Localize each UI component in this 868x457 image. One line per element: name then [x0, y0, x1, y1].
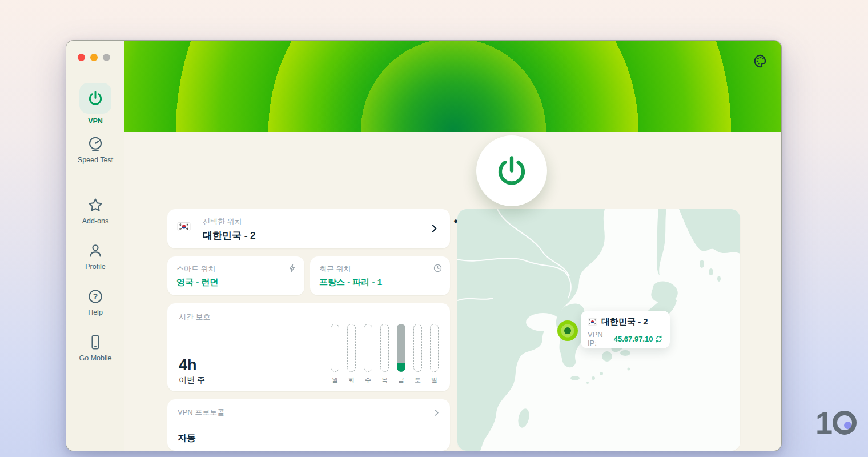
sidebar-item-label: Speed Test	[66, 156, 124, 164]
south-korea-flag	[176, 219, 191, 234]
vpn-protocol-label: VPN 프로토콜	[178, 407, 440, 418]
chevron-right-icon	[432, 408, 441, 417]
day-bar-sun: 일	[430, 324, 439, 384]
map-panel: 대한민국 - 2 VPN IP: 45.67.97.10	[457, 209, 740, 451]
person-icon	[87, 242, 104, 259]
vpn-active-tile	[79, 83, 111, 114]
sidebar-item-profile[interactable]: Profile	[66, 242, 124, 271]
smart-location-label: 스마트 위치	[176, 264, 295, 274]
desktop-background: VPN Speed Test Add-ons Profile	[0, 0, 868, 457]
chevron-right-icon	[428, 223, 440, 234]
time-protected-card: 시간 보호 4h 이번 주 월 화 수 목 금 토 일	[167, 303, 450, 391]
star-icon	[87, 197, 104, 214]
sidebar-item-help[interactable]: ? Help	[66, 288, 124, 316]
day-bar-thu: 목	[380, 324, 389, 384]
power-icon	[495, 154, 528, 187]
sidebar-item-go-mobile[interactable]: Go Mobile	[66, 334, 124, 362]
day-bar-mon: 월	[331, 324, 339, 384]
weekly-protection-chart: 월 화 수 목 금 토 일	[331, 324, 439, 384]
south-korea-flag	[588, 318, 597, 326]
day-bar-fri-active: 금	[397, 324, 405, 384]
location-pulse-marker	[557, 320, 578, 341]
day-bar-sat: 토	[413, 324, 422, 384]
question-circle-icon: ?	[87, 288, 104, 305]
zoom-button[interactable]	[103, 54, 110, 61]
palette-icon[interactable]	[753, 53, 769, 69]
sidebar-item-label: Profile	[66, 263, 124, 271]
sidebar-item-label: VPN	[66, 117, 124, 125]
sidebar-item-vpn[interactable]: VPN	[66, 83, 124, 125]
time-protected-label: 시간 보호	[179, 312, 439, 322]
refresh-icon[interactable]	[655, 335, 663, 343]
selected-location-value: 대한민국 - 2	[203, 229, 440, 242]
vpn-protocol-value: 자동	[178, 432, 196, 444]
close-button[interactable]	[78, 54, 85, 61]
ten-logo-dot	[844, 422, 851, 429]
day-bar-wed: 수	[364, 324, 372, 384]
time-protected-total: 4h	[179, 356, 197, 374]
day-bar-tue: 화	[347, 324, 356, 384]
selected-location-label: 선택한 위치	[203, 217, 440, 227]
ten-logo-digit: 1	[815, 408, 831, 438]
vpn-app-window: VPN Speed Test Add-ons Profile	[66, 40, 782, 451]
ten-logo-ring	[833, 411, 857, 435]
smart-location-card[interactable]: 스마트 위치 영국 - 런던	[167, 256, 304, 295]
sidebar-item-label: Add-ons	[66, 217, 124, 225]
minimize-button[interactable]	[90, 54, 98, 61]
tooltip-ip-value: 45.67.97.10	[614, 335, 653, 343]
sidebar-item-label: Help	[66, 308, 124, 316]
sidebar-item-speed-test[interactable]: Speed Test	[66, 135, 124, 164]
speedometer-icon	[87, 135, 104, 153]
window-controls	[78, 54, 110, 61]
clock-icon	[433, 263, 443, 273]
vpn-protocol-card[interactable]: VPN 프로토콜 자동	[167, 399, 450, 451]
lightning-icon	[287, 263, 297, 273]
tooltip-location-name: 대한민국 - 2	[601, 316, 648, 327]
recent-location-label: 최근 위치	[319, 264, 441, 274]
sidebar-divider	[77, 186, 112, 186]
power-button[interactable]	[476, 135, 547, 206]
power-icon	[87, 90, 103, 106]
sidebar: VPN Speed Test Add-ons Profile	[66, 41, 124, 451]
time-protected-period: 이번 주	[179, 375, 205, 386]
connection-banner	[124, 41, 782, 132]
tooltip-ip-label: VPN IP:	[588, 330, 612, 347]
smart-location-value: 영국 - 런던	[176, 277, 295, 288]
recent-location-card[interactable]: 최근 위치 프랑스 - 파리 - 1	[310, 256, 450, 295]
sidebar-item-label: Go Mobile	[66, 354, 124, 362]
phone-icon	[87, 334, 104, 351]
selected-location-card[interactable]: 선택한 위치 대한민국 - 2	[167, 209, 450, 248]
recent-location-value: 프랑스 - 파리 - 1	[319, 277, 441, 288]
svg-text:?: ?	[93, 292, 98, 301]
server-tooltip: 대한민국 - 2 VPN IP: 45.67.97.10	[581, 311, 670, 348]
sidebar-item-add-ons[interactable]: Add-ons	[66, 197, 124, 225]
ten-logo: 1	[815, 408, 857, 438]
